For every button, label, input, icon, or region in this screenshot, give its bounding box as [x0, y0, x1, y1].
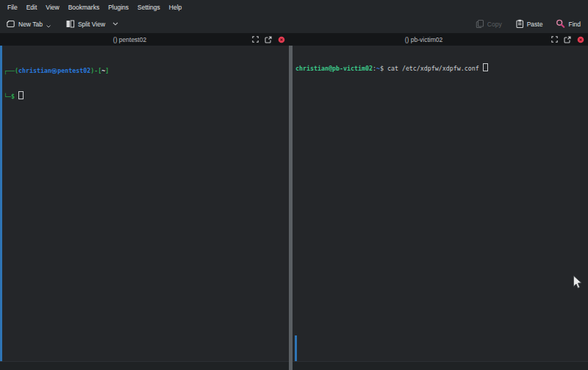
menu-item-view[interactable]: View	[41, 3, 63, 12]
prompt-line: christian@pb-victim02:~$ cat /etc/xdpfw/…	[295, 63, 588, 73]
prompt-frame: ]	[105, 67, 109, 74]
copy-button[interactable]: Copy	[476, 19, 502, 29]
find-button[interactable]: Find	[556, 19, 581, 29]
new-tab-label: New Tab	[18, 21, 43, 28]
tab-new-icon	[6, 19, 15, 29]
paste-icon	[515, 19, 524, 29]
paste-label: Paste	[527, 21, 543, 28]
terminal-pentest02[interactable]: ┌──(christian㉿pentest02)-[~] └─$	[0, 46, 289, 361]
menu-item-file[interactable]: File	[3, 3, 22, 12]
typed-command: cat /etc/xdpfw/xdpfw.conf	[384, 65, 483, 72]
terminal-output-left: ┌──(christian㉿pentest02)-[~] └─$	[0, 46, 289, 117]
maximize-view-icon[interactable]	[252, 36, 259, 43]
prompt-user-host: christian@pb-victim02	[295, 65, 373, 72]
copy-icon	[476, 19, 484, 29]
menubar: File Edit View Bookmarks Plugins Setting…	[0, 0, 588, 15]
terminal-cursor-left	[18, 91, 24, 99]
toolbar: New Tab Split View Copy	[0, 15, 588, 33]
split-view-button[interactable]: Split View	[65, 19, 118, 29]
terminal-output-right: christian@pb-victim02:~$ cat /etc/xdpfw/…	[293, 46, 588, 89]
pane-header-pentest02[interactable]: () pentest02	[0, 33, 289, 46]
pane-title-left[interactable]: () pentest02	[113, 36, 176, 43]
menu-item-help[interactable]: Help	[165, 3, 186, 12]
close-view-icon[interactable]	[278, 36, 285, 43]
paste-button[interactable]: Paste	[515, 19, 543, 29]
detach-view-icon[interactable]	[265, 36, 272, 43]
menu-item-plugins[interactable]: Plugins	[104, 3, 133, 12]
prompt-line-1: ┌──(christian㉿pentest02)-[~]	[4, 67, 289, 75]
terminal-pb-victim02[interactable]: christian@pb-victim02:~$ cat /etc/xdpfw/…	[293, 46, 588, 361]
prompt-user-host: christian㉿pentest02	[18, 67, 90, 74]
maximize-view-icon[interactable]	[551, 36, 558, 43]
new-tab-caret-down-icon	[46, 25, 51, 28]
chevron-down-icon	[112, 22, 118, 26]
split-view-label: Split View	[78, 21, 105, 28]
pane-header-pb-victim02[interactable]: () pb-victim02	[289, 33, 588, 46]
prompt-line-2: └─$	[4, 91, 289, 101]
pane-header-bar: () pentest02 () pb-victim02	[0, 33, 588, 46]
menu-item-settings[interactable]: Settings	[133, 3, 165, 12]
prompt-frame: ┌──(	[4, 67, 18, 74]
window-bottom-edge	[0, 361, 588, 370]
terminal-cursor-right	[483, 63, 488, 71]
detach-view-icon[interactable]	[564, 36, 571, 43]
new-tab-button[interactable]: New Tab	[6, 19, 51, 29]
split-view-icon	[65, 19, 75, 29]
prompt-dollar: └─$	[4, 93, 18, 100]
scrollbar-right-pane[interactable]	[295, 335, 297, 361]
copy-label: Copy	[487, 21, 502, 28]
close-view-icon[interactable]	[577, 36, 584, 43]
scrollbar-left-pane[interactable]	[0, 46, 2, 361]
pane-header-controls-right	[551, 33, 584, 46]
pane-header-controls-left	[252, 33, 285, 46]
menu-item-edit[interactable]: Edit	[22, 3, 42, 12]
konsole-window: File Edit View Bookmarks Plugins Setting…	[0, 0, 588, 370]
find-label: Find	[568, 21, 581, 28]
find-magnifier-icon	[556, 19, 565, 29]
pane-title-right[interactable]: () pb-victim02	[405, 36, 472, 43]
menu-item-bookmarks[interactable]: Bookmarks	[64, 3, 104, 12]
prompt-frame: )-[	[90, 67, 101, 74]
pane-splitter-handle[interactable]	[289, 46, 293, 370]
mouse-cursor	[573, 275, 583, 290]
split-view-area: ┌──(christian㉿pentest02)-[~] └─$ christi…	[0, 46, 588, 370]
